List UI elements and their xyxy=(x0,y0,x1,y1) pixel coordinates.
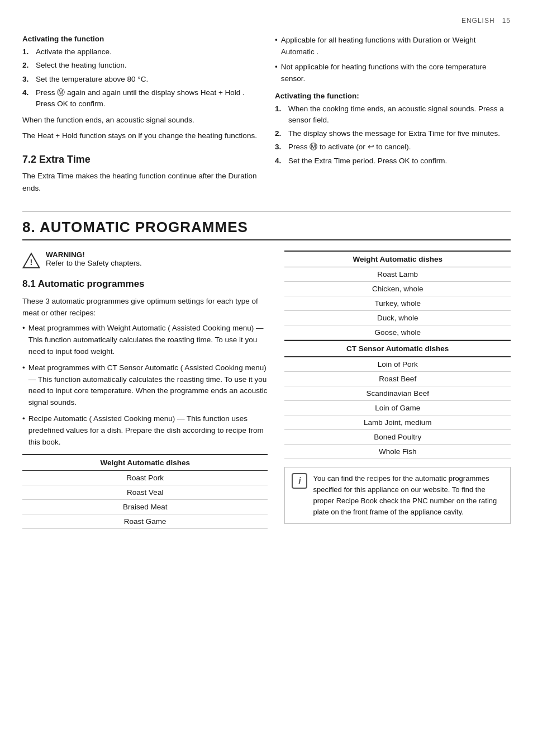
left-step-1: 1. Activate the appliance. xyxy=(22,46,258,58)
table-row: Lamb Joint, medium xyxy=(284,415,511,429)
table-row: Loin of Game xyxy=(284,400,511,415)
table-row: Duck, whole xyxy=(284,310,511,325)
main-left-col: ! WARNING! Refer to the Safety chapters.… xyxy=(22,251,268,529)
left-note1: When the function ends, an acoustic sign… xyxy=(22,114,258,126)
warning-box: ! WARNING! Refer to the Safety chapters. xyxy=(22,251,268,270)
bullet-weight-auto: Meat programmes with Weight Automatic ( … xyxy=(22,323,268,358)
table-row: Roast Game xyxy=(22,514,268,529)
table-row: Loin of Pork xyxy=(284,357,511,372)
right-step-2: 2. The display shows the message for Ext… xyxy=(275,128,511,139)
top-left-col: Activating the function 1. Activate the … xyxy=(22,35,258,200)
right-steps-list: 1. When the cooking time ends, an acoust… xyxy=(275,103,511,167)
right-step-3: 3. Press Ⓜ to activate (or ↩ to cancel). xyxy=(275,141,511,153)
ct-sensor-table: CT Sensor Automatic dishes Loin of Pork … xyxy=(284,340,511,459)
bullet-recipe-auto: Recipe Automatic ( Assisted Cooking menu… xyxy=(22,413,268,448)
top-right-bullets: Applicable for all heating functions wit… xyxy=(275,35,511,85)
ct-sensor-table-header: CT Sensor Automatic dishes xyxy=(284,341,511,357)
warning-body: Refer to the Safety chapters. xyxy=(46,259,142,267)
left-step-2: 2. Select the heating function. xyxy=(22,60,258,71)
right-bullet-1: Applicable for all heating functions wit… xyxy=(275,35,511,58)
table-row: Turkey, whole xyxy=(284,296,511,310)
section-81-bullets: Meat programmes with Weight Automatic ( … xyxy=(22,323,268,448)
table-row: Whole Fish xyxy=(284,444,511,459)
page: ENGLISH 15 Activating the function 1. Ac… xyxy=(0,0,533,756)
page-header: ENGLISH 15 xyxy=(22,17,511,25)
table-row: Braised Meat xyxy=(22,500,268,514)
info-text: You can find the recipes for the automat… xyxy=(313,473,503,518)
table-row: Roast Pork xyxy=(22,471,268,485)
svg-text:!: ! xyxy=(30,258,33,267)
activating-heading-right: Activating the function: xyxy=(275,92,511,100)
left-note2: The Heat + Hold function stays on if you… xyxy=(22,130,258,142)
warning-title: WARNING! xyxy=(46,251,142,259)
section-81-desc: These 3 automatic programmes give optimu… xyxy=(22,295,268,319)
section-8-header: 8. AUTOMATIC PROGRAMMES xyxy=(22,219,511,240)
left-steps-list: 1. Activate the appliance. 2. Select the… xyxy=(22,46,258,110)
weight-auto-table-1: Weight Automatic dishes Roast Pork Roast… xyxy=(22,454,268,529)
main-content: ! WARNING! Refer to the Safety chapters.… xyxy=(22,251,511,529)
page-header-text: ENGLISH 15 xyxy=(461,17,511,25)
table-row: Scandinavian Beef xyxy=(284,386,511,400)
right-step-1: 1. When the cooking time ends, an acoust… xyxy=(275,103,511,126)
section-72-desc: The Extra Time makes the heating functio… xyxy=(22,170,258,194)
table-row: Roast Beef xyxy=(284,371,511,386)
section-divider xyxy=(22,211,511,212)
table-row: Goose, whole xyxy=(284,325,511,339)
bullet-ct-sensor: Meat programmes with CT Sensor Automatic… xyxy=(22,362,268,409)
weight-auto-table-1-header: Weight Automatic dishes xyxy=(22,455,268,471)
table-row: Chicken, whole xyxy=(284,281,511,296)
page-number: 15 xyxy=(502,17,511,25)
table-row: Roast Lamb xyxy=(284,267,511,281)
warning-icon: ! xyxy=(22,252,40,270)
section-72-title: 7.2 Extra Time xyxy=(22,154,258,166)
main-right-col: Weight Automatic dishes Roast Lamb Chick… xyxy=(284,251,511,529)
right-bullet-2: Not applicable for heating functions wit… xyxy=(275,62,511,85)
language-label: ENGLISH xyxy=(461,17,495,25)
section-72: 7.2 Extra Time The Extra Time makes the … xyxy=(22,154,258,194)
table-row: Boned Poultry xyxy=(284,429,511,444)
activating-heading-left: Activating the function xyxy=(22,35,258,43)
section-81-title: 8.1 Automatic programmes xyxy=(22,278,268,290)
warning-text: WARNING! Refer to the Safety chapters. xyxy=(46,251,142,267)
info-icon: i xyxy=(292,473,307,489)
table-row: Roast Veal xyxy=(22,485,268,500)
left-step-4: 4. Press Ⓜ again and again until the dis… xyxy=(22,87,258,110)
top-section: Activating the function 1. Activate the … xyxy=(22,35,511,200)
left-step-3: 3. Set the temperature above 80 °C. xyxy=(22,74,258,85)
top-right-col: Applicable for all heating functions wit… xyxy=(275,35,511,200)
info-box: i You can find the recipes for the autom… xyxy=(284,467,511,525)
weight-auto-table-2-header: Weight Automatic dishes xyxy=(284,251,511,267)
right-step-4: 4. Set the Extra Time period. Press OK t… xyxy=(275,155,511,167)
weight-auto-table-2: Weight Automatic dishes Roast Lamb Chick… xyxy=(284,251,511,340)
